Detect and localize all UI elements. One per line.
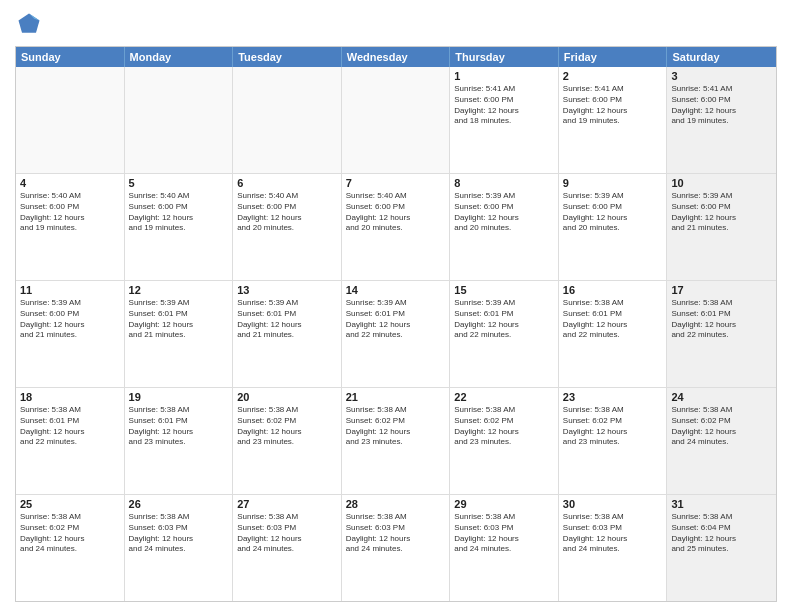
- calendar-body: 1Sunrise: 5:41 AM Sunset: 6:00 PM Daylig…: [16, 67, 776, 601]
- cell-info: Sunrise: 5:38 AM Sunset: 6:03 PM Dayligh…: [129, 512, 229, 555]
- calendar-cell: 25Sunrise: 5:38 AM Sunset: 6:02 PM Dayli…: [16, 495, 125, 601]
- cell-info: Sunrise: 5:40 AM Sunset: 6:00 PM Dayligh…: [20, 191, 120, 234]
- calendar-cell: 9Sunrise: 5:39 AM Sunset: 6:00 PM Daylig…: [559, 174, 668, 280]
- calendar-cell: 12Sunrise: 5:39 AM Sunset: 6:01 PM Dayli…: [125, 281, 234, 387]
- calendar-cell: 20Sunrise: 5:38 AM Sunset: 6:02 PM Dayli…: [233, 388, 342, 494]
- calendar-cell: 4Sunrise: 5:40 AM Sunset: 6:00 PM Daylig…: [16, 174, 125, 280]
- day-number: 26: [129, 498, 229, 510]
- day-number: 13: [237, 284, 337, 296]
- day-number: 14: [346, 284, 446, 296]
- weekday-header: Monday: [125, 47, 234, 67]
- day-number: 4: [20, 177, 120, 189]
- day-number: 25: [20, 498, 120, 510]
- calendar-cell: 14Sunrise: 5:39 AM Sunset: 6:01 PM Dayli…: [342, 281, 451, 387]
- calendar-cell: 5Sunrise: 5:40 AM Sunset: 6:00 PM Daylig…: [125, 174, 234, 280]
- cell-info: Sunrise: 5:40 AM Sunset: 6:00 PM Dayligh…: [346, 191, 446, 234]
- cell-info: Sunrise: 5:41 AM Sunset: 6:00 PM Dayligh…: [563, 84, 663, 127]
- svg-marker-0: [19, 14, 40, 33]
- cell-info: Sunrise: 5:38 AM Sunset: 6:04 PM Dayligh…: [671, 512, 772, 555]
- calendar-cell: 15Sunrise: 5:39 AM Sunset: 6:01 PM Dayli…: [450, 281, 559, 387]
- calendar-cell: 30Sunrise: 5:38 AM Sunset: 6:03 PM Dayli…: [559, 495, 668, 601]
- day-number: 11: [20, 284, 120, 296]
- cell-info: Sunrise: 5:39 AM Sunset: 6:00 PM Dayligh…: [671, 191, 772, 234]
- cell-info: Sunrise: 5:38 AM Sunset: 6:02 PM Dayligh…: [346, 405, 446, 448]
- cell-info: Sunrise: 5:41 AM Sunset: 6:00 PM Dayligh…: [454, 84, 554, 127]
- day-number: 10: [671, 177, 772, 189]
- day-number: 28: [346, 498, 446, 510]
- cell-info: Sunrise: 5:38 AM Sunset: 6:03 PM Dayligh…: [237, 512, 337, 555]
- cell-info: Sunrise: 5:38 AM Sunset: 6:02 PM Dayligh…: [563, 405, 663, 448]
- weekday-header: Tuesday: [233, 47, 342, 67]
- cell-info: Sunrise: 5:38 AM Sunset: 6:03 PM Dayligh…: [346, 512, 446, 555]
- cell-info: Sunrise: 5:41 AM Sunset: 6:00 PM Dayligh…: [671, 84, 772, 127]
- calendar-cell: 23Sunrise: 5:38 AM Sunset: 6:02 PM Dayli…: [559, 388, 668, 494]
- day-number: 16: [563, 284, 663, 296]
- day-number: 9: [563, 177, 663, 189]
- calendar-cell: 2Sunrise: 5:41 AM Sunset: 6:00 PM Daylig…: [559, 67, 668, 173]
- calendar-cell: 21Sunrise: 5:38 AM Sunset: 6:02 PM Dayli…: [342, 388, 451, 494]
- calendar-cell: 18Sunrise: 5:38 AM Sunset: 6:01 PM Dayli…: [16, 388, 125, 494]
- day-number: 12: [129, 284, 229, 296]
- calendar-cell: [125, 67, 234, 173]
- day-number: 2: [563, 70, 663, 82]
- cell-info: Sunrise: 5:39 AM Sunset: 6:01 PM Dayligh…: [454, 298, 554, 341]
- cell-info: Sunrise: 5:39 AM Sunset: 6:00 PM Dayligh…: [20, 298, 120, 341]
- cell-info: Sunrise: 5:38 AM Sunset: 6:01 PM Dayligh…: [20, 405, 120, 448]
- calendar-cell: 19Sunrise: 5:38 AM Sunset: 6:01 PM Dayli…: [125, 388, 234, 494]
- calendar-cell: 27Sunrise: 5:38 AM Sunset: 6:03 PM Dayli…: [233, 495, 342, 601]
- day-number: 6: [237, 177, 337, 189]
- calendar-row: 11Sunrise: 5:39 AM Sunset: 6:00 PM Dayli…: [16, 281, 776, 388]
- cell-info: Sunrise: 5:40 AM Sunset: 6:00 PM Dayligh…: [237, 191, 337, 234]
- day-number: 19: [129, 391, 229, 403]
- calendar-cell: 11Sunrise: 5:39 AM Sunset: 6:00 PM Dayli…: [16, 281, 125, 387]
- day-number: 7: [346, 177, 446, 189]
- day-number: 24: [671, 391, 772, 403]
- calendar-cell: 10Sunrise: 5:39 AM Sunset: 6:00 PM Dayli…: [667, 174, 776, 280]
- calendar-cell: 13Sunrise: 5:39 AM Sunset: 6:01 PM Dayli…: [233, 281, 342, 387]
- cell-info: Sunrise: 5:38 AM Sunset: 6:01 PM Dayligh…: [563, 298, 663, 341]
- weekday-header: Wednesday: [342, 47, 451, 67]
- day-number: 20: [237, 391, 337, 403]
- calendar-cell: 16Sunrise: 5:38 AM Sunset: 6:01 PM Dayli…: [559, 281, 668, 387]
- calendar-cell: 26Sunrise: 5:38 AM Sunset: 6:03 PM Dayli…: [125, 495, 234, 601]
- day-number: 18: [20, 391, 120, 403]
- calendar-cell: 1Sunrise: 5:41 AM Sunset: 6:00 PM Daylig…: [450, 67, 559, 173]
- calendar-cell: [233, 67, 342, 173]
- calendar-cell: 29Sunrise: 5:38 AM Sunset: 6:03 PM Dayli…: [450, 495, 559, 601]
- day-number: 31: [671, 498, 772, 510]
- weekday-header: Sunday: [16, 47, 125, 67]
- cell-info: Sunrise: 5:38 AM Sunset: 6:03 PM Dayligh…: [563, 512, 663, 555]
- calendar-row: 1Sunrise: 5:41 AM Sunset: 6:00 PM Daylig…: [16, 67, 776, 174]
- day-number: 8: [454, 177, 554, 189]
- day-number: 30: [563, 498, 663, 510]
- page: SundayMondayTuesdayWednesdayThursdayFrid…: [0, 0, 792, 612]
- day-number: 22: [454, 391, 554, 403]
- cell-info: Sunrise: 5:40 AM Sunset: 6:00 PM Dayligh…: [129, 191, 229, 234]
- cell-info: Sunrise: 5:39 AM Sunset: 6:01 PM Dayligh…: [237, 298, 337, 341]
- cell-info: Sunrise: 5:38 AM Sunset: 6:02 PM Dayligh…: [454, 405, 554, 448]
- calendar: SundayMondayTuesdayWednesdayThursdayFrid…: [15, 46, 777, 602]
- weekday-header: Thursday: [450, 47, 559, 67]
- day-number: 1: [454, 70, 554, 82]
- cell-info: Sunrise: 5:38 AM Sunset: 6:02 PM Dayligh…: [237, 405, 337, 448]
- calendar-row: 4Sunrise: 5:40 AM Sunset: 6:00 PM Daylig…: [16, 174, 776, 281]
- calendar-cell: 31Sunrise: 5:38 AM Sunset: 6:04 PM Dayli…: [667, 495, 776, 601]
- cell-info: Sunrise: 5:39 AM Sunset: 6:00 PM Dayligh…: [563, 191, 663, 234]
- day-number: 17: [671, 284, 772, 296]
- day-number: 5: [129, 177, 229, 189]
- calendar-cell: 8Sunrise: 5:39 AM Sunset: 6:00 PM Daylig…: [450, 174, 559, 280]
- calendar-row: 18Sunrise: 5:38 AM Sunset: 6:01 PM Dayli…: [16, 388, 776, 495]
- calendar-cell: 7Sunrise: 5:40 AM Sunset: 6:00 PM Daylig…: [342, 174, 451, 280]
- calendar-cell: 24Sunrise: 5:38 AM Sunset: 6:02 PM Dayli…: [667, 388, 776, 494]
- cell-info: Sunrise: 5:38 AM Sunset: 6:02 PM Dayligh…: [20, 512, 120, 555]
- day-number: 29: [454, 498, 554, 510]
- calendar-cell: 22Sunrise: 5:38 AM Sunset: 6:02 PM Dayli…: [450, 388, 559, 494]
- cell-info: Sunrise: 5:38 AM Sunset: 6:01 PM Dayligh…: [671, 298, 772, 341]
- calendar-cell: [342, 67, 451, 173]
- weekday-header: Friday: [559, 47, 668, 67]
- day-number: 27: [237, 498, 337, 510]
- cell-info: Sunrise: 5:38 AM Sunset: 6:01 PM Dayligh…: [129, 405, 229, 448]
- day-number: 21: [346, 391, 446, 403]
- cell-info: Sunrise: 5:38 AM Sunset: 6:03 PM Dayligh…: [454, 512, 554, 555]
- day-number: 23: [563, 391, 663, 403]
